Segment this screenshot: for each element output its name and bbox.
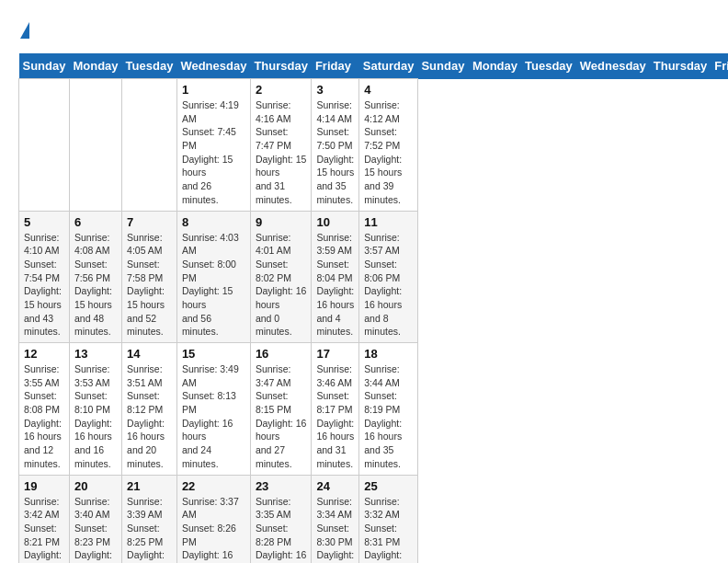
calendar-cell: 25Sunrise: 3:32 AM Sunset: 8:31 PM Dayli… (359, 475, 418, 563)
day-detail: Sunrise: 3:59 AM Sunset: 8:04 PM Dayligh… (316, 231, 354, 339)
day-detail: Sunrise: 3:53 AM Sunset: 8:10 PM Dayligh… (74, 362, 117, 471)
day-of-week-header: Friday (312, 53, 359, 79)
day-number: 14 (127, 347, 172, 361)
day-of-week-header: Monday (69, 53, 121, 79)
day-of-week-header: Sunday (417, 53, 468, 79)
day-number: 17 (316, 347, 354, 361)
day-of-week-header: Thursday (250, 53, 312, 79)
calendar-cell (69, 79, 121, 212)
calendar-cell: 6Sunrise: 4:08 AM Sunset: 7:56 PM Daylig… (69, 211, 121, 343)
day-detail: Sunrise: 4:16 AM Sunset: 7:47 PM Dayligh… (256, 98, 307, 207)
day-number: 21 (127, 479, 172, 493)
page-header (18, 18, 710, 39)
calendar-cell: 13Sunrise: 3:53 AM Sunset: 8:10 PM Dayli… (69, 343, 121, 476)
day-of-week-header: Saturday (359, 53, 418, 79)
day-number: 7 (127, 215, 172, 229)
calendar-cell: 17Sunrise: 3:46 AM Sunset: 8:17 PM Dayli… (312, 343, 359, 476)
calendar-cell (122, 79, 177, 212)
day-number: 20 (74, 479, 117, 493)
day-number: 19 (24, 479, 64, 493)
calendar-cell: 4Sunrise: 4:12 AM Sunset: 7:52 PM Daylig… (359, 79, 418, 212)
day-number: 1 (182, 83, 245, 97)
logo (18, 18, 29, 39)
day-detail: Sunrise: 4:10 AM Sunset: 7:54 PM Dayligh… (24, 231, 64, 339)
calendar-cell: 15Sunrise: 3:49 AM Sunset: 8:13 PM Dayli… (176, 343, 250, 476)
day-detail: Sunrise: 3:49 AM Sunset: 8:13 PM Dayligh… (182, 362, 245, 471)
day-detail: Sunrise: 3:47 AM Sunset: 8:15 PM Dayligh… (256, 362, 307, 471)
day-detail: Sunrise: 3:34 AM Sunset: 8:30 PM Dayligh… (316, 495, 354, 564)
day-number: 8 (182, 215, 245, 229)
day-detail: Sunrise: 3:51 AM Sunset: 8:12 PM Dayligh… (127, 362, 172, 471)
calendar-cell: 22Sunrise: 3:37 AM Sunset: 8:26 PM Dayli… (176, 475, 250, 563)
day-detail: Sunrise: 3:37 AM Sunset: 8:26 PM Dayligh… (182, 495, 245, 564)
calendar-cell: 23Sunrise: 3:35 AM Sunset: 8:28 PM Dayli… (250, 475, 312, 563)
day-number: 13 (74, 347, 117, 361)
day-detail: Sunrise: 3:35 AM Sunset: 8:28 PM Dayligh… (256, 495, 307, 564)
calendar-cell: 12Sunrise: 3:55 AM Sunset: 8:08 PM Dayli… (19, 343, 70, 476)
day-number: 16 (256, 347, 307, 361)
day-number: 12 (24, 347, 64, 361)
day-detail: Sunrise: 3:44 AM Sunset: 8:19 PM Dayligh… (364, 362, 413, 471)
day-number: 5 (24, 215, 64, 229)
calendar-table: SundayMondayTuesdayWednesdayThursdayFrid… (18, 53, 728, 563)
day-of-week-header: Thursday (650, 53, 711, 79)
calendar-cell: 19Sunrise: 3:42 AM Sunset: 8:21 PM Dayli… (19, 475, 70, 563)
day-number: 24 (316, 479, 354, 493)
calendar-cell: 9Sunrise: 4:01 AM Sunset: 8:02 PM Daylig… (250, 211, 312, 343)
day-detail: Sunrise: 3:46 AM Sunset: 8:17 PM Dayligh… (316, 362, 354, 471)
day-detail: Sunrise: 3:42 AM Sunset: 8:21 PM Dayligh… (24, 495, 64, 564)
day-detail: Sunrise: 3:39 AM Sunset: 8:25 PM Dayligh… (127, 495, 172, 564)
calendar-header-row: SundayMondayTuesdayWednesdayThursdayFrid… (19, 53, 729, 79)
calendar-week-row: 5Sunrise: 4:10 AM Sunset: 7:54 PM Daylig… (19, 211, 729, 343)
day-of-week-header: Wednesday (176, 53, 250, 79)
day-of-week-header: Friday (711, 53, 728, 79)
day-detail: Sunrise: 3:57 AM Sunset: 8:06 PM Dayligh… (364, 231, 413, 339)
logo-arrow-icon (20, 22, 29, 39)
day-detail: Sunrise: 3:55 AM Sunset: 8:08 PM Dayligh… (24, 362, 64, 471)
day-number: 11 (364, 215, 413, 229)
calendar-cell: 7Sunrise: 4:05 AM Sunset: 7:58 PM Daylig… (122, 211, 177, 343)
day-number: 9 (256, 215, 307, 229)
day-number: 15 (182, 347, 245, 361)
day-number: 6 (74, 215, 117, 229)
day-detail: Sunrise: 4:05 AM Sunset: 7:58 PM Dayligh… (127, 231, 172, 339)
day-of-week-header: Sunday (19, 53, 70, 79)
calendar-cell: 8Sunrise: 4:03 AM Sunset: 8:00 PM Daylig… (176, 211, 250, 343)
calendar-cell: 1Sunrise: 4:19 AM Sunset: 7:45 PM Daylig… (176, 79, 250, 212)
calendar-week-row: 12Sunrise: 3:55 AM Sunset: 8:08 PM Dayli… (19, 343, 729, 476)
calendar-cell: 14Sunrise: 3:51 AM Sunset: 8:12 PM Dayli… (122, 343, 177, 476)
day-of-week-header: Tuesday (122, 53, 177, 79)
day-number: 2 (256, 83, 307, 97)
calendar-week-row: 19Sunrise: 3:42 AM Sunset: 8:21 PM Dayli… (19, 475, 729, 563)
day-detail: Sunrise: 3:40 AM Sunset: 8:23 PM Dayligh… (74, 495, 117, 564)
calendar-week-row: 1Sunrise: 4:19 AM Sunset: 7:45 PM Daylig… (19, 79, 729, 212)
calendar-cell: 2Sunrise: 4:16 AM Sunset: 7:47 PM Daylig… (250, 79, 312, 212)
calendar-cell: 24Sunrise: 3:34 AM Sunset: 8:30 PM Dayli… (312, 475, 359, 563)
calendar-cell: 10Sunrise: 3:59 AM Sunset: 8:04 PM Dayli… (312, 211, 359, 343)
day-number: 18 (364, 347, 413, 361)
day-number: 10 (316, 215, 354, 229)
calendar-cell: 3Sunrise: 4:14 AM Sunset: 7:50 PM Daylig… (312, 79, 359, 212)
day-of-week-header: Tuesday (521, 53, 576, 79)
calendar-cell (19, 79, 70, 212)
day-number: 3 (316, 83, 354, 97)
calendar-cell: 18Sunrise: 3:44 AM Sunset: 8:19 PM Dayli… (359, 343, 418, 476)
day-of-week-header: Monday (469, 53, 521, 79)
day-detail: Sunrise: 4:01 AM Sunset: 8:02 PM Dayligh… (256, 231, 307, 339)
day-detail: Sunrise: 4:08 AM Sunset: 7:56 PM Dayligh… (74, 231, 117, 339)
calendar-cell: 16Sunrise: 3:47 AM Sunset: 8:15 PM Dayli… (250, 343, 312, 476)
calendar-cell: 21Sunrise: 3:39 AM Sunset: 8:25 PM Dayli… (122, 475, 177, 563)
day-detail: Sunrise: 4:19 AM Sunset: 7:45 PM Dayligh… (182, 98, 245, 207)
day-detail: Sunrise: 4:14 AM Sunset: 7:50 PM Dayligh… (316, 98, 354, 207)
day-number: 23 (256, 479, 307, 493)
calendar-cell: 20Sunrise: 3:40 AM Sunset: 8:23 PM Dayli… (69, 475, 121, 563)
day-detail: Sunrise: 3:32 AM Sunset: 8:31 PM Dayligh… (364, 495, 413, 564)
day-detail: Sunrise: 4:12 AM Sunset: 7:52 PM Dayligh… (364, 98, 413, 207)
day-of-week-header: Wednesday (576, 53, 650, 79)
day-detail: Sunrise: 4:03 AM Sunset: 8:00 PM Dayligh… (182, 231, 245, 339)
calendar-cell: 11Sunrise: 3:57 AM Sunset: 8:06 PM Dayli… (359, 211, 418, 343)
calendar-cell: 5Sunrise: 4:10 AM Sunset: 7:54 PM Daylig… (19, 211, 70, 343)
day-number: 22 (182, 479, 245, 493)
day-number: 25 (364, 479, 413, 493)
day-number: 4 (364, 83, 413, 97)
